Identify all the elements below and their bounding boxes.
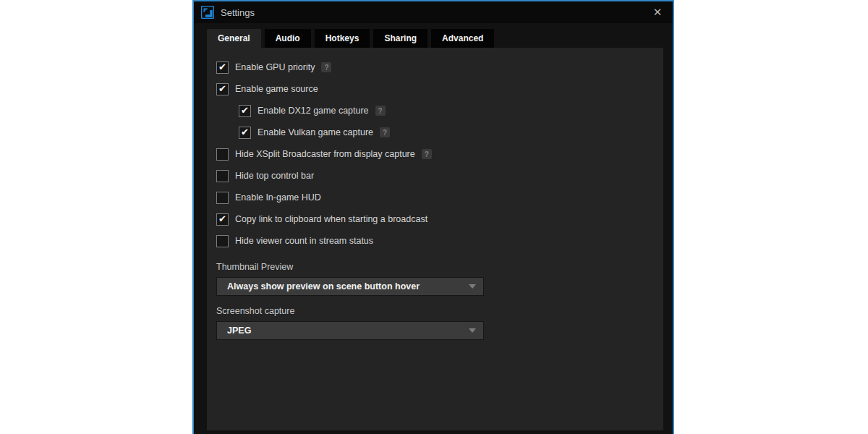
checkbox-row: ✔Enable GPU priority?: [216, 56, 663, 78]
window-title: Settings: [221, 7, 255, 18]
help-icon[interactable]: ?: [375, 106, 386, 116]
checkbox-checked[interactable]: ✔: [216, 61, 229, 74]
checkbox-row: ✔Enable game source?: [216, 78, 663, 100]
dropdown-label: Screenshot capture: [216, 306, 663, 316]
thumbnail-preview-dropdown[interactable]: Always show preview on scene button hove…: [216, 277, 484, 296]
checkbox-checked[interactable]: ✔: [216, 213, 229, 226]
checkbox-checked[interactable]: ✔: [239, 105, 251, 117]
help-icon[interactable]: ?: [380, 127, 390, 137]
checkbox-checked[interactable]: ✔: [216, 83, 229, 95]
checkbox-list: ✔Enable GPU priority?✔Enable game source…: [216, 56, 663, 252]
screenshot-capture-dropdown[interactable]: JPEG: [216, 321, 484, 340]
checkbox-row: ✔Enable Vulkan game capture?: [239, 122, 663, 143]
check-icon: ✔: [218, 84, 226, 93]
xsplit-logo-icon: [201, 6, 214, 19]
tab-audio[interactable]: Audio: [265, 29, 311, 48]
check-icon: ✔: [218, 62, 226, 72]
help-icon[interactable]: ?: [321, 62, 331, 72]
checkbox-checked[interactable]: ✔: [239, 127, 251, 139]
checkbox-unchecked[interactable]: ✔: [216, 170, 229, 182]
tab-general[interactable]: General: [207, 29, 261, 48]
checkbox-label: Hide top control bar: [235, 171, 314, 181]
check-icon: ✔: [241, 106, 249, 115]
settings-window: Settings ✕ GeneralAudioHotkeysSharingAdv…: [192, 0, 674, 434]
checkbox-label: Enable game source: [235, 84, 318, 94]
tab-advanced[interactable]: Advanced: [431, 29, 494, 48]
dropdown-section: Thumbnail PreviewAlways show preview on …: [216, 262, 663, 340]
tabstrip: GeneralAudioHotkeysSharingAdvanced: [194, 29, 673, 48]
check-icon: ✔: [218, 214, 226, 224]
checkbox-unchecked[interactable]: ✔: [216, 235, 229, 247]
close-icon[interactable]: ✕: [648, 3, 667, 22]
checkbox-label: Enable In-game HUD: [235, 192, 321, 203]
titlebar[interactable]: Settings ✕: [194, 1, 673, 23]
tab-sharing[interactable]: Sharing: [373, 29, 427, 48]
chevron-down-icon: [469, 328, 476, 333]
checkbox-row: ✔Hide XSplit Broadcaster from display ca…: [216, 143, 663, 165]
checkbox-unchecked[interactable]: ✔: [216, 148, 229, 161]
checkbox-label: Enable GPU priority: [235, 62, 315, 72]
tab-hotkeys[interactable]: Hotkeys: [315, 29, 370, 48]
checkbox-row: ✔Enable In-game HUD?: [216, 187, 663, 208]
checkbox-row: ✔Hide top control bar?: [216, 165, 663, 187]
checkbox-label: Enable Vulkan game capture: [258, 127, 373, 137]
checkbox-unchecked[interactable]: ✔: [216, 192, 229, 204]
help-icon[interactable]: ?: [422, 149, 432, 159]
checkbox-label: Copy link to clipboard when starting a b…: [235, 214, 427, 224]
chevron-down-icon: [469, 284, 476, 289]
checkbox-label: Enable DX12 game capture: [258, 106, 369, 116]
checkbox-row: ✔Hide viewer count in stream status?: [216, 230, 663, 252]
checkbox-label: Hide viewer count in stream status: [235, 236, 373, 246]
dropdown-label: Thumbnail Preview: [216, 262, 663, 272]
checkbox-row: ✔Enable DX12 game capture?: [239, 100, 663, 122]
general-tab-panel: ✔Enable GPU priority?✔Enable game source…: [207, 48, 663, 430]
checkbox-label: Hide XSplit Broadcaster from display cap…: [235, 149, 415, 159]
checkbox-row: ✔Copy link to clipboard when starting a …: [216, 208, 663, 230]
dropdown-selected-value: Always show preview on scene button hove…: [227, 281, 469, 292]
dropdown-selected-value: JPEG: [227, 326, 469, 336]
check-icon: ✔: [241, 127, 249, 137]
